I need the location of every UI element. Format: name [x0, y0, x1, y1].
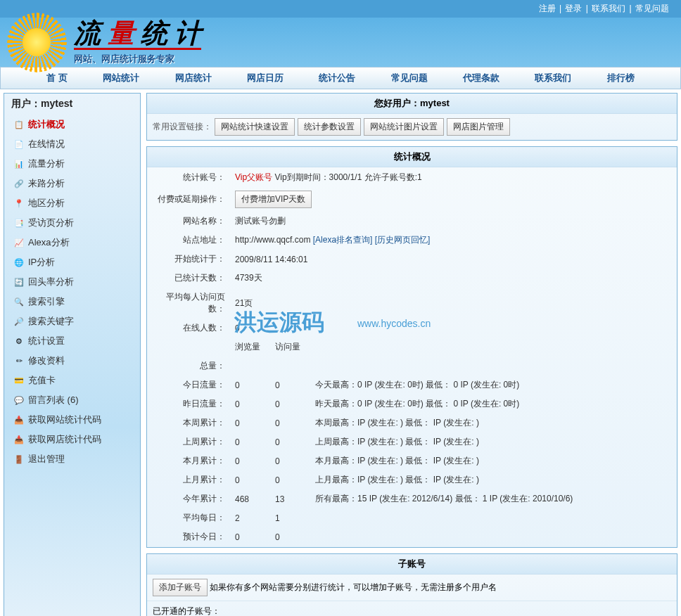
row-pv: 0: [231, 471, 269, 489]
sidebar-icon: 🔄: [14, 277, 24, 287]
nav-home[interactable]: 首 页: [46, 72, 68, 84]
sidebar-label: 修改资料: [28, 354, 65, 367]
row-uv: 0: [271, 376, 310, 394]
sidebar-icon: 📋: [14, 120, 24, 129]
sidebar-label: 受访页分析: [28, 217, 74, 229]
sidebar-item-8[interactable]: 🔄回头率分析: [10, 272, 134, 292]
nav-shop-stats[interactable]: 网店统计: [175, 72, 212, 84]
contact-link[interactable]: 联系我们: [592, 4, 625, 13]
params-button[interactable]: 统计参数设置: [298, 118, 361, 136]
online-value: 0: [231, 319, 675, 337]
days-value: 4739天: [231, 269, 675, 287]
start-value: 2009/8/11 14:46:01: [231, 250, 675, 268]
sidebar-item-1[interactable]: 📄在线情况: [10, 134, 134, 154]
total-label: 总量：: [148, 357, 229, 375]
login-link[interactable]: 登录: [565, 4, 582, 13]
sidebar-item-15[interactable]: 📥获取网站统计代码: [10, 410, 134, 430]
stat-row-2: 本周累计：00本周最高：IP (发生在: ) 最低： IP (发生在: ): [148, 414, 675, 432]
sidebar-item-17[interactable]: 🚪退出管理: [10, 449, 134, 469]
quick-links-label: 常用设置链接：: [153, 121, 212, 133]
sidebar-label: 获取网店统计代码: [28, 433, 101, 446]
row-extra: 今天最高：0 IP (发生在: 0时) 最低： 0 IP (发生在: 0时): [311, 376, 675, 394]
row-label: 昨日流量：: [148, 395, 229, 413]
sidebar-label: 在线情况: [28, 138, 65, 150]
sidebar-icon: 📥: [14, 415, 24, 425]
sidebar-icon: 🌐: [14, 257, 24, 267]
nav-calendar[interactable]: 网店日历: [247, 72, 284, 84]
sub-opened: 已开通的子账号：: [147, 601, 677, 616]
row-uv: 0: [271, 528, 310, 546]
sidebar-item-14[interactable]: 💬留言列表 (6): [10, 390, 134, 410]
nav-agent[interactable]: 代理条款: [463, 72, 499, 84]
nav-contact[interactable]: 联系我们: [535, 72, 571, 84]
top-links-bar: 注册 | 登录 | 联系我们 | 常见问题: [0, 0, 681, 18]
sidebar-icon: 🔗: [14, 179, 24, 188]
overview-title: 统计概况: [147, 147, 677, 167]
sitename-label: 网站名称：: [148, 212, 229, 230]
days-label: 已统计天数：: [148, 269, 229, 287]
sidebar-icon: 🔎: [14, 316, 24, 326]
stat-row-8: 预计今日：00: [148, 528, 675, 546]
sidebar-icon: 📊: [14, 159, 24, 169]
vip-badge: Vip父账号: [235, 172, 272, 182]
shop-image-button[interactable]: 网店图片管理: [447, 118, 510, 136]
nav-rank[interactable]: 排行榜: [607, 72, 635, 84]
sidebar-item-4[interactable]: 📍地区分析: [10, 193, 134, 213]
stat-row-5: 上月累计：00上月最高：IP (发生在: ) 最低： IP (发生在: ): [148, 471, 675, 489]
pay-button[interactable]: 付费增加VIP天数: [235, 191, 312, 208]
quick-setup-button[interactable]: 网站统计快速设置: [215, 118, 295, 136]
stat-row-4: 本月累计：00本月最高：IP (发生在: ) 最低： IP (发生在: ): [148, 452, 675, 470]
register-link[interactable]: 注册: [539, 4, 556, 13]
alexa-link[interactable]: [Alexa排名查询]: [313, 235, 373, 245]
faq-link[interactable]: 常见问题: [635, 4, 669, 13]
sidebar-icon: 💬: [14, 395, 24, 405]
row-extra: [311, 528, 675, 546]
row-label: 本周累计：: [148, 414, 229, 432]
sidebar-item-11[interactable]: ⚙统计设置: [10, 331, 134, 351]
sidebar-label: 来路分析: [28, 177, 65, 190]
siteurl-label: 站点地址：: [148, 231, 229, 249]
main-nav: 首 页 网站统计 网店统计 网店日历 统计公告 常见问题 代理条款 联系我们 排…: [0, 67, 681, 89]
welcome-panel: 您好用户：mytest 常用设置链接： 网站统计快速设置 统计参数设置 网站统计…: [146, 93, 677, 141]
sidebar-item-16[interactable]: 📥获取网店统计代码: [10, 430, 134, 449]
stat-row-7: 平均每日：21: [148, 509, 675, 527]
sidebar-label: Alexa分析: [28, 236, 70, 249]
sidebar-item-9[interactable]: 🔍搜索引擎: [10, 292, 134, 312]
sidebar-label: 留言列表 (6): [28, 394, 79, 406]
row-pv: 2: [231, 509, 269, 527]
sidebar-item-2[interactable]: 📊流量分析: [10, 154, 134, 174]
sidebar-item-10[interactable]: 🔎搜索关键字: [10, 312, 134, 331]
row-uv: 0: [271, 433, 310, 451]
sidebar-item-7[interactable]: 🌐IP分析: [10, 252, 134, 272]
col-pageview: 浏览量: [231, 338, 269, 356]
row-pv: 0: [231, 376, 269, 394]
sidebar-item-12[interactable]: ✏修改资料: [10, 351, 134, 371]
add-sub-button[interactable]: 添加子账号: [153, 579, 208, 596]
nav-site-stats[interactable]: 网站统计: [103, 72, 139, 84]
row-pv: 0: [231, 528, 269, 546]
stat-row-3: 上周累计：00上周最高：IP (发生在: ) 最低： IP (发生在: ): [148, 433, 675, 451]
sidebar-item-6[interactable]: 📈Alexa分析: [10, 233, 134, 252]
history-link[interactable]: [历史网页回忆]: [375, 235, 431, 245]
sidebar-item-13[interactable]: 💳充值卡: [10, 371, 134, 390]
row-pv: 0: [231, 414, 269, 432]
sidebar-label: 搜索关键字: [28, 315, 74, 328]
sidebar-item-5[interactable]: 📑受访页分析: [10, 213, 134, 233]
sidebar-label: 搜索引擎: [28, 295, 65, 308]
sidebar-icon: ⚙: [14, 336, 24, 346]
nav-faq[interactable]: 常见问题: [391, 72, 428, 84]
sidebar-item-0[interactable]: 📋统计概况: [10, 115, 134, 134]
row-pv: 0: [231, 395, 269, 413]
sidebar-icon: ✏: [14, 356, 24, 366]
row-uv: 0: [271, 471, 310, 489]
sun-logo-icon: [7, 13, 67, 72]
row-extra: 上周最高：IP (发生在: ) 最低： IP (发生在: ): [311, 433, 675, 451]
nav-notice[interactable]: 统计公告: [319, 72, 355, 84]
header: 流 量 统 计 网站、网店统计服务专家: [0, 18, 681, 67]
row-extra: 所有最高：15 IP (发生在: 2012/6/14) 最低： 1 IP (发生…: [311, 490, 675, 508]
sidebar-icon: 📑: [14, 218, 24, 228]
image-setup-button[interactable]: 网站统计图片设置: [364, 118, 444, 136]
sidebar-item-3[interactable]: 🔗来路分析: [10, 174, 134, 193]
row-uv: 13: [271, 490, 310, 508]
sidebar-label: 流量分析: [28, 158, 65, 170]
